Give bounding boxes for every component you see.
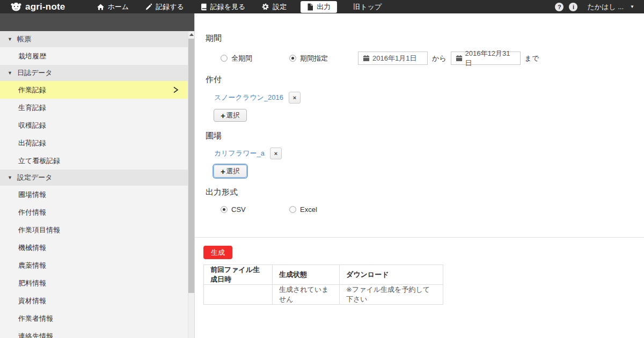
date-to-suffix: まで [525, 54, 539, 63]
cell-generation-status: 生成されていません [273, 285, 340, 305]
sidebar-item-work-type-info[interactable]: 作業項目情報 [0, 221, 188, 239]
sidebar-item-machine-info[interactable]: 機械情報 [0, 239, 188, 256]
sidebar-item-label: 農薬情報 [18, 261, 46, 270]
nav-item-view-records[interactable]: 記録を見る [200, 2, 246, 12]
radio-checked-icon[interactable] [221, 206, 228, 213]
output-format-heading: 出力形式 [206, 187, 644, 197]
info-icon[interactable]: i [569, 3, 577, 11]
remove-field-button[interactable]: × [270, 148, 282, 159]
sidebar-item-signboard-records[interactable]: 立て看板記録 [0, 152, 188, 170]
generate-button[interactable]: 生成 [203, 246, 232, 259]
section-divider [195, 237, 644, 238]
sidebar-section-settings-data[interactable]: ▼ 設定データ [0, 170, 188, 186]
field-chip-link[interactable]: カリフラワー_a [214, 149, 265, 158]
radio-checked-icon[interactable] [289, 55, 296, 62]
sidebar-item-label: 機械情報 [18, 243, 46, 253]
sidebar-item-growth-records[interactable]: 生育記録 [0, 99, 188, 116]
brand-name: agri-note [25, 2, 65, 12]
date-from-input[interactable]: 2016年1月1日 [358, 52, 428, 65]
scroll-up-arrow-icon[interactable] [188, 31, 194, 38]
chevron-down-icon[interactable]: ▼ [630, 4, 634, 9]
nav-item-record[interactable]: 記録する [145, 2, 184, 12]
add-planting-button[interactable]: + 選択 [214, 109, 247, 122]
gear-icon [261, 3, 269, 11]
sidebar-item-contact-info[interactable]: 連絡先情報 [0, 327, 188, 338]
radio-label: Excel [300, 205, 317, 214]
date-from-value: 2016年1月1日 [372, 54, 416, 63]
sidebar-item-planting-info[interactable]: 作付情報 [0, 203, 188, 221]
nav-label: 記録を見る [210, 2, 246, 12]
nav-item-home[interactable]: ホーム [97, 2, 129, 12]
sidebar-scrollbar[interactable] [188, 31, 194, 338]
nav-item-output[interactable]: 出力 [301, 1, 337, 13]
section-title: 設定データ [17, 173, 53, 182]
sidebar-item-label: 立て看板記録 [18, 156, 60, 166]
table-row: 生成されていません ※ファイル生成を予約して下さい [204, 285, 443, 305]
help-icon[interactable]: ? [555, 3, 564, 11]
cell-last-generated [204, 285, 273, 305]
sidebar-item-cultivation-history[interactable]: 栽培履歴 [0, 47, 188, 65]
radio-all-period[interactable]: 全期間 [221, 54, 289, 63]
col-generation-status: 生成状態 [273, 265, 340, 285]
field-chip-row: カリフラワー_a × [214, 148, 644, 159]
radio-label: 全期間 [231, 54, 252, 63]
navbar-right: ? i たかはし ... ▼ [555, 2, 634, 12]
sidebar-section-diary-data[interactable]: ▼ 日誌データ [0, 65, 188, 81]
sidebar-item-label: 圃場情報 [18, 190, 46, 200]
user-menu[interactable]: たかはし ... [587, 2, 624, 12]
planting-chip-row: スノークラウン_2016 × [214, 92, 644, 104]
chevron-right-icon [172, 86, 179, 94]
add-field-button[interactable]: + 選択 [214, 165, 247, 178]
table-header-row: 前回ファイル生成日時 生成状態 ダウンロード [204, 265, 443, 285]
sidebar-item-pesticide-info[interactable]: 農薬情報 [0, 256, 188, 274]
sidebar-item-shipment-records[interactable]: 出荷記録 [0, 134, 188, 152]
sidebar-top-strip [0, 13, 194, 31]
add-button-label: 選択 [226, 167, 240, 176]
date-from-suffix: から [432, 54, 447, 63]
sidebar-item-fertilizer-info[interactable]: 肥料情報 [0, 274, 188, 292]
remove-planting-button[interactable]: × [289, 92, 301, 104]
scrollbar-thumb[interactable] [188, 39, 194, 293]
add-button-label: 選択 [226, 111, 240, 120]
sidebar: ▼ 帳票 栽培履歴 ▼ 日誌データ 作業記録 [0, 13, 194, 338]
generation-result-table: 前回ファイル生成日時 生成状態 ダウンロード 生成されていません ※ファイル生成… [203, 264, 443, 305]
radio-icon[interactable] [221, 55, 228, 62]
sidebar-item-worker-info[interactable]: 作業者情報 [0, 310, 188, 327]
sidebar-item-label: 作業者情報 [18, 314, 53, 324]
period-heading: 期間 [206, 33, 644, 43]
sidebar-item-label: 作業記録 [18, 85, 46, 95]
sidebar-item-label: 肥料情報 [18, 278, 46, 288]
nav-label: 設定 [273, 2, 287, 12]
nav-label: 記録する [156, 2, 184, 12]
sidebar-section-reports[interactable]: ▼ 帳票 [0, 31, 188, 47]
brand-logo[interactable]: agri-note [11, 2, 65, 12]
radio-period-range[interactable]: 期間指定 [289, 54, 328, 63]
nav-item-settings[interactable]: 設定 [261, 2, 287, 12]
nav-label: 旧トップ [353, 2, 382, 12]
top-navbar: agri-note ホーム 記録する [0, 0, 644, 13]
planting-heading: 作付 [206, 75, 644, 85]
radio-icon[interactable] [289, 206, 296, 213]
plus-icon: + [221, 167, 225, 175]
field-heading: 圃場 [206, 131, 644, 141]
section-title: 帳票 [17, 34, 31, 44]
planting-chip-link[interactable]: スノークラウン_2016 [214, 93, 283, 102]
sidebar-item-field-info[interactable]: 圃場情報 [0, 186, 188, 203]
radio-csv[interactable]: CSV [221, 205, 289, 214]
calendar-icon [456, 55, 463, 62]
radio-excel[interactable]: Excel [289, 205, 317, 214]
triangle-down-icon: ▼ [8, 36, 12, 42]
sidebar-item-harvest-records[interactable]: 収穫記録 [0, 116, 188, 134]
date-to-input[interactable]: 2016年12月31日 [451, 52, 521, 65]
sidebar-item-label: 連絡先情報 [18, 332, 53, 338]
sidebar-item-label: 作付情報 [18, 208, 46, 217]
sidebar-menu: ▼ 帳票 栽培履歴 ▼ 日誌データ 作業記録 [0, 31, 188, 338]
radio-label: 期間指定 [300, 54, 328, 63]
sidebar-item-label: 資材情報 [18, 296, 46, 306]
sidebar-item-label: 出荷記録 [18, 138, 46, 148]
section-title: 日誌データ [17, 68, 53, 78]
nav-item-old-top[interactable]: 旧トップ [353, 2, 382, 12]
period-options: 全期間 期間指定 2016年1月1日 [221, 52, 644, 65]
sidebar-item-work-records[interactable]: 作業記録 [0, 81, 188, 99]
sidebar-item-material-info[interactable]: 資材情報 [0, 292, 188, 310]
